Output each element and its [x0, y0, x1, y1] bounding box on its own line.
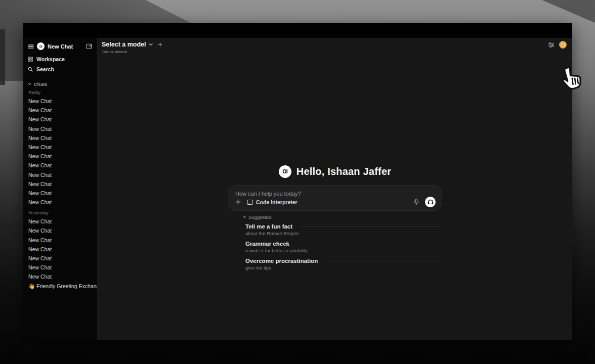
chat-list-item[interactable]: New Chat: [23, 133, 97, 143]
sidebar-item-search[interactable]: Search: [23, 64, 97, 74]
header-actions: [548, 41, 567, 49]
chat-list-item[interactable]: New Chat: [23, 124, 97, 133]
chat-list-item[interactable]: 👋 Friendly Greeting Exchange: [23, 282, 97, 291]
chat-list-item[interactable]: New Chat: [23, 161, 97, 170]
openwebui-logo: OI: [279, 165, 291, 178]
sidebar-title: New Chat: [48, 43, 73, 50]
chat-list-item[interactable]: New Chat: [23, 143, 97, 152]
chat-list-item[interactable]: New Chat: [23, 115, 97, 124]
search-icon: [28, 67, 33, 72]
chat-list-item[interactable]: New Chat: [23, 272, 97, 281]
sidebar: OI New Chat Workspace: [23, 38, 98, 340]
settings-sliders-icon[interactable]: [548, 42, 555, 48]
divider: [294, 244, 442, 244]
chat-list-item[interactable]: New Chat: [23, 97, 97, 106]
greeting: OI Hello, Ishaan Jaffer: [228, 165, 442, 178]
greeting-text: Hello, Ishaan Jaffer: [296, 166, 391, 177]
suggested-prompt-title: Overcome procrastination: [245, 258, 318, 264]
microphone-icon[interactable]: [414, 199, 419, 205]
sidebar-item-label: Workspace: [36, 56, 65, 62]
suggested-prompt-subtitle: about the Roman Empire: [245, 231, 442, 236]
divider: [298, 226, 442, 227]
sparkle-icon: [242, 215, 246, 219]
voice-call-button[interactable]: [425, 197, 436, 207]
chat-list-item[interactable]: New Chat: [23, 170, 97, 179]
suggested-prompt-subtitle: rewrite it for better readability: [245, 248, 442, 253]
suggested-prompt[interactable]: Tell me a fun factabout the Roman Empire: [245, 223, 442, 236]
sidebar-item-label: Search: [36, 66, 54, 72]
chat-list-item[interactable]: New Chat: [23, 236, 97, 245]
suggested-prompt-title: Tell me a fun fact: [245, 223, 292, 230]
model-selector[interactable]: Select a model: [102, 41, 162, 48]
suggested-prompt[interactable]: Overcome procrastinationgive me tips: [245, 258, 442, 270]
chat-list-item[interactable]: New Chat: [23, 226, 97, 235]
divider: [323, 261, 442, 261]
add-model-icon[interactable]: [158, 42, 162, 47]
sidebar-item-workspace[interactable]: Workspace: [23, 54, 97, 64]
avatar-mark: [561, 43, 565, 47]
user-avatar[interactable]: [559, 41, 567, 49]
chat-group-label: Yesterday: [23, 210, 97, 215]
sidebar-header: OI New Chat: [23, 41, 97, 52]
chat-groups: TodayNew ChatNew ChatNew ChatNew ChatNew…: [23, 90, 97, 291]
chat-list-item[interactable]: New Chat: [23, 263, 97, 272]
suggested-items: Tell me a fun factabout the Roman Empire…: [242, 223, 442, 270]
suggested-label: Suggested: [248, 214, 271, 220]
chevron-down-icon: [149, 43, 153, 46]
suggested-prompt[interactable]: Grammar checkrewrite it for better reada…: [245, 241, 442, 253]
main-header: Select a model Set as default: [98, 38, 572, 58]
chats-section-toggle[interactable]: Chats: [23, 75, 97, 88]
model-selector-label: Select a model: [102, 41, 146, 48]
chat-group-label: Today: [23, 90, 97, 95]
composer-toolbar: Code Interpreter: [235, 197, 436, 207]
chat-list-item[interactable]: New Chat: [23, 179, 97, 189]
message-composer[interactable]: How can I help you today? Code Interpret…: [228, 185, 442, 211]
app-window: OI New Chat Workspace: [23, 23, 572, 340]
code-interpreter-label: Code Interpreter: [256, 199, 298, 205]
openwebui-logo: OI: [37, 42, 45, 50]
code-interpreter-icon: [247, 199, 253, 205]
suggested-prompt-subtitle: give me tips: [245, 265, 442, 270]
welcome-area: OI Hello, Ishaan Jaffer How can I help y…: [228, 165, 442, 275]
new-chat-icon[interactable]: [86, 43, 93, 50]
chats-section-label: Chats: [34, 81, 47, 87]
chat-list-item[interactable]: New Chat: [23, 198, 97, 207]
suggested-header: Suggested: [242, 214, 442, 220]
chat-list-item[interactable]: New Chat: [23, 189, 97, 198]
wallpaper-shape: [0, 29, 5, 85]
sidebar-nav: Workspace Search: [23, 52, 97, 75]
chat-list-item[interactable]: New Chat: [23, 106, 97, 115]
workspace-grid-icon: [28, 57, 33, 62]
suggested-section: Suggested Tell me a fun factabout the Ro…: [228, 214, 442, 270]
window-titlebar: [23, 23, 572, 38]
sidebar-toggle-icon[interactable]: [28, 44, 34, 49]
chat-list-item[interactable]: New Chat: [23, 245, 97, 254]
headphones-icon: [428, 199, 434, 205]
set-as-default-link[interactable]: Set as default: [102, 50, 127, 54]
chat-list-item[interactable]: New Chat: [23, 152, 97, 161]
attach-plus-icon[interactable]: [235, 199, 241, 205]
message-input-placeholder: How can I help you today?: [235, 191, 436, 197]
chat-list-item[interactable]: New Chat: [23, 254, 97, 263]
wallpaper-shape: [519, 0, 595, 23]
chevron-down-icon: [28, 83, 31, 85]
desktop-background: OI New Chat Workspace: [0, 0, 595, 364]
code-interpreter-toggle[interactable]: Code Interpreter: [247, 199, 298, 205]
main-content: Select a model Set as default: [98, 38, 572, 340]
suggested-prompt-title: Grammar check: [245, 241, 289, 247]
chat-list-item[interactable]: New Chat: [23, 217, 97, 226]
